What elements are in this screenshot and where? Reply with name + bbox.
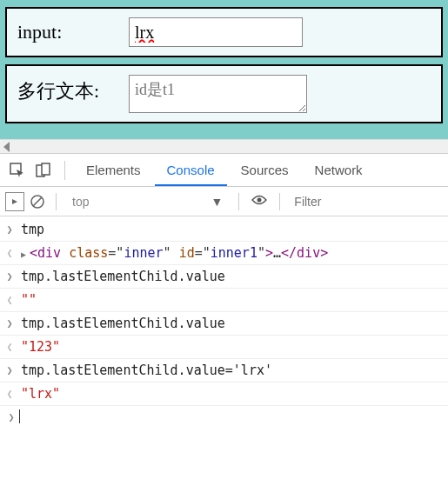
input-row: input:	[5, 7, 443, 57]
separator	[64, 161, 65, 180]
result-arrow-icon: ❮	[3, 339, 16, 353]
console-input-row: ❯tmp	[0, 218, 448, 242]
horizontal-scrollbar[interactable]	[0, 139, 448, 153]
console-input-row: ❯tmp.lastElementChild.value='lrx'	[0, 359, 448, 383]
separator	[279, 193, 280, 210]
tab-elements[interactable]: Elements	[74, 156, 153, 184]
console-expression: tmp.lastElementChild.value	[21, 316, 225, 331]
devtools-tabbar: Elements Console Sources Network	[0, 154, 448, 187]
result-arrow-icon: ❮	[3, 292, 16, 306]
console-expression: tmp.lastElementChild.value	[21, 269, 225, 284]
textarea-input[interactable]	[129, 75, 307, 113]
context-selector[interactable]: top ▼	[67, 195, 228, 209]
text-input[interactable]	[129, 17, 303, 47]
console-output-row: ❮"123"	[0, 336, 448, 359]
expand-triangle-icon[interactable]: ▶	[21, 249, 30, 259]
svg-line-4	[33, 197, 42, 206]
prompt-arrow-icon: ❯	[3, 269, 16, 283]
separator	[56, 193, 57, 210]
console-string-result: "123"	[21, 339, 60, 355]
console-output-row: ❮▶<div class="inner" id="inner1">…</div>	[0, 242, 448, 265]
console-string-result: ""	[21, 292, 37, 308]
console-toolbar: top ▼	[0, 187, 448, 216]
console-string-result: "lrx"	[21, 386, 60, 402]
console-output-row: ❮"lrx"	[0, 383, 448, 406]
prompt-arrow-icon: ❯	[5, 409, 17, 423]
textarea-row: 多行文本:	[5, 64, 443, 123]
console-expression: tmp	[21, 222, 44, 237]
prompt-arrow-icon: ❯	[3, 363, 16, 376]
prompt-arrow-icon: ❯	[3, 222, 16, 236]
filter-input[interactable]	[291, 191, 395, 212]
svg-point-5	[257, 198, 262, 203]
live-expression-icon[interactable]	[250, 194, 269, 209]
separator	[238, 193, 239, 210]
console-prompt[interactable]: ❯	[0, 406, 448, 427]
console-output-row: ❮""	[0, 289, 448, 312]
devtools-panel: Elements Console Sources Network top ▼ ❯…	[0, 153, 448, 427]
context-label: top	[72, 195, 89, 209]
text-cursor	[19, 409, 20, 423]
tab-network[interactable]: Network	[303, 156, 375, 184]
console-element-result: ▶<div class="inner" id="inner1">…</div>	[21, 245, 328, 261]
page-form-area: input: 多行文本:	[0, 0, 448, 139]
console-sidebar-toggle-icon[interactable]	[5, 192, 24, 211]
device-toolbar-icon[interactable]	[31, 158, 56, 183]
tab-sources[interactable]: Sources	[229, 156, 301, 184]
textarea-label: 多行文本:	[17, 75, 113, 104]
svg-rect-2	[42, 163, 50, 175]
console-expression: tmp.lastElementChild.value='lrx'	[21, 363, 272, 378]
input-label: input:	[17, 17, 113, 43]
prompt-arrow-icon: ❯	[3, 316, 16, 329]
inspect-element-icon[interactable]	[5, 158, 30, 183]
console-input-row: ❯tmp.lastElementChild.value	[0, 312, 448, 336]
result-arrow-icon: ❮	[3, 386, 16, 400]
tab-console[interactable]: Console	[155, 156, 227, 186]
chevron-down-icon: ▼	[211, 195, 223, 209]
console-input-row: ❯tmp.lastElementChild.value	[0, 265, 448, 289]
clear-console-icon[interactable]	[30, 194, 45, 210]
result-arrow-icon: ❮	[3, 245, 16, 259]
console-output[interactable]: ❯tmp❮▶<div class="inner" id="inner1">…</…	[0, 216, 448, 427]
